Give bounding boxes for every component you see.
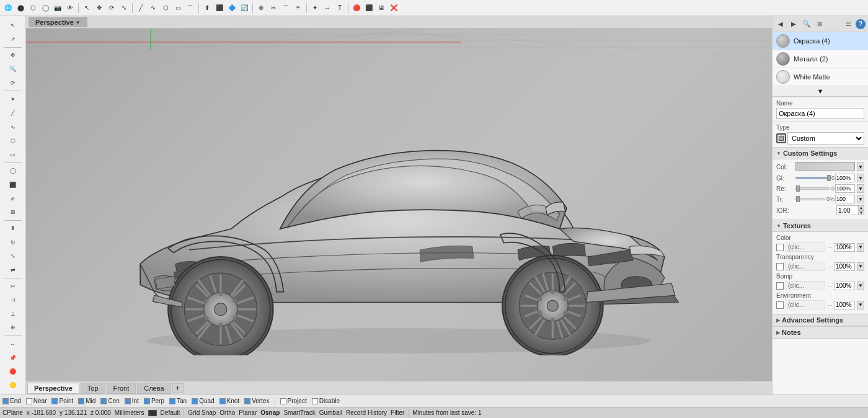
transparency-input[interactable]: [835, 195, 855, 203]
gloss-dropdown-btn[interactable]: ▼: [857, 174, 864, 182]
disable-checkbox[interactable]: [312, 398, 318, 404]
textures-header[interactable]: ▼ Textures: [773, 220, 868, 232]
panel-forward-button[interactable]: ▶: [788, 19, 799, 30]
ior-spinbox[interactable]: ▲ ▼: [836, 205, 864, 215]
status-quad[interactable]: Quad: [192, 398, 214, 404]
left-tool-surface[interactable]: ⊞: [3, 206, 23, 219]
snap-planar[interactable]: Planar: [239, 409, 257, 416]
reflectivity-dropdown-btn[interactable]: ▼: [857, 184, 864, 193]
toolbar-icon-poly[interactable]: ⬡: [160, 2, 171, 14]
left-tool-extend[interactable]: ⊣: [3, 293, 23, 306]
status-int[interactable]: Int: [125, 398, 139, 404]
left-tool-scale[interactable]: ⤡: [3, 249, 23, 262]
bump-tex-name[interactable]: (clic...: [786, 281, 825, 290]
toolbar-icon-display[interactable]: 🖥: [376, 2, 387, 14]
color-dropdown-btn[interactable]: ▼: [857, 162, 864, 171]
status-vertex[interactable]: Vertex: [244, 398, 269, 404]
toolbar-icon-offset[interactable]: ≡: [293, 2, 304, 14]
toolbar-icon-move[interactable]: ✥: [94, 2, 105, 14]
bump-tex-dropdown[interactable]: ▼: [857, 282, 864, 290]
status-perp[interactable]: Perp: [144, 398, 164, 404]
left-tool-zoom[interactable]: 🔍: [3, 63, 23, 76]
left-tool-render[interactable]: 🔴: [3, 365, 23, 378]
custom-settings-header[interactable]: ▼ Custom Settings: [773, 147, 868, 159]
reflectivity-slider[interactable]: [795, 184, 830, 193]
panel-back-button[interactable]: ◀: [775, 19, 786, 30]
bump-tex-checkbox[interactable]: [776, 282, 784, 290]
transparency-dropdown-btn[interactable]: ▼: [857, 195, 864, 203]
notes-header[interactable]: ▶ Notes: [773, 326, 868, 339]
end-checkbox[interactable]: [2, 398, 9, 404]
left-tool-split[interactable]: ⊥: [3, 307, 23, 320]
environment-tex-pct[interactable]: [834, 301, 855, 309]
toolbar-icon-render2[interactable]: ⬛: [363, 2, 374, 14]
left-tool-line[interactable]: ╱: [3, 107, 23, 120]
snap-smarttrack[interactable]: SmartTrack: [283, 409, 315, 416]
status-cen[interactable]: Cen: [100, 398, 119, 404]
status-tan[interactable]: Tan: [169, 398, 187, 404]
left-tool-poly[interactable]: ⬡: [3, 134, 23, 147]
type-select[interactable]: Custom Plaster Metal Paint Glass: [787, 132, 864, 145]
status-knot[interactable]: Knot: [219, 398, 240, 404]
toolbar-icon-surface[interactable]: ⬛: [214, 2, 225, 14]
tan-checkbox[interactable]: [169, 398, 175, 404]
name-input[interactable]: [776, 108, 864, 119]
toolbar-icon-scale[interactable]: ⤡: [118, 2, 130, 14]
left-tool-curve[interactable]: ∿: [3, 120, 23, 133]
cen-checkbox[interactable]: [100, 398, 107, 404]
toolbar-icon-dim[interactable]: ↔: [322, 2, 333, 14]
left-tool-pan[interactable]: ✥: [3, 49, 23, 62]
toolbar-icon-cam[interactable]: 📷: [52, 2, 63, 14]
toolbar-icon-circle[interactable]: ⬤: [15, 2, 26, 14]
int-checkbox[interactable]: [125, 398, 131, 404]
left-tool-trim[interactable]: ✂: [3, 280, 23, 293]
color-swatch-container[interactable]: [795, 162, 855, 172]
snap-filter[interactable]: Filter: [391, 409, 404, 416]
left-tool-box[interactable]: ⬛: [3, 178, 23, 191]
bottom-tab-left[interactable]: Слева: [137, 383, 170, 394]
material-list-expand[interactable]: ▼: [773, 86, 868, 97]
toolbar-icon-extrude[interactable]: ⬆: [202, 2, 213, 14]
left-tool-snap[interactable]: 📌: [3, 351, 23, 364]
perp-checkbox[interactable]: [144, 398, 150, 404]
status-project[interactable]: Project: [280, 398, 307, 404]
color-tex-name[interactable]: (clic...: [786, 242, 825, 252]
toolbar-icon-text[interactable]: T: [334, 2, 345, 14]
left-tool-join[interactable]: ⊕: [3, 321, 23, 334]
toolbar-icon-revolve[interactable]: 🔄: [239, 2, 250, 14]
toolbar-icon-trim[interactable]: ✂: [268, 2, 279, 14]
toolbar-icon-select[interactable]: ↖: [81, 2, 92, 14]
gloss-input[interactable]: [835, 174, 855, 182]
bottom-tab-front[interactable]: Front: [107, 383, 136, 394]
status-disable[interactable]: Disable: [312, 398, 340, 404]
material-item-white-matte[interactable]: White Matte: [773, 68, 868, 86]
status-end[interactable]: End: [2, 398, 21, 404]
toolbar-icon-eye[interactable]: 👁: [64, 2, 76, 14]
left-tool-rect[interactable]: ▭: [3, 148, 23, 161]
left-tool-dim[interactable]: ↔: [3, 337, 23, 350]
color-tex-pct[interactable]: [834, 243, 855, 252]
environment-tex-checkbox[interactable]: [776, 301, 784, 309]
viewport-tab-perspective[interactable]: Perspective ▼: [29, 17, 87, 27]
gloss-slider[interactable]: [795, 174, 830, 182]
snap-ortho[interactable]: Ortho: [219, 409, 235, 416]
panel-help-icon[interactable]: ?: [856, 19, 866, 29]
near-checkbox[interactable]: [26, 398, 32, 404]
ior-spin-up[interactable]: ▲: [858, 205, 864, 210]
snap-grid[interactable]: Grid Snap: [188, 409, 216, 416]
transparency-slider[interactable]: [795, 195, 825, 203]
advanced-settings-header[interactable]: ▶ Advanced Settings: [773, 314, 868, 326]
toolbar-icon-fillet[interactable]: ⌒: [280, 2, 291, 14]
add-viewport-tab[interactable]: +: [172, 383, 184, 393]
vertex-checkbox[interactable]: [244, 398, 250, 404]
left-tool-point[interactable]: ✦: [3, 92, 23, 105]
knot-checkbox[interactable]: [219, 398, 226, 404]
status-mid[interactable]: Mid: [78, 398, 95, 404]
status-point[interactable]: Point: [51, 398, 73, 404]
panel-menu-icon[interactable]: ☰: [843, 19, 854, 30]
toolbar-icon-loft[interactable]: 🔷: [226, 2, 237, 14]
toolbar-icon-rotate[interactable]: ⟳: [106, 2, 117, 14]
toolbar-icon-render[interactable]: 🔴: [351, 2, 362, 14]
bottom-tab-perspective[interactable]: Perspective: [27, 383, 79, 394]
toolbar-icon-curve[interactable]: ∿: [148, 2, 159, 14]
